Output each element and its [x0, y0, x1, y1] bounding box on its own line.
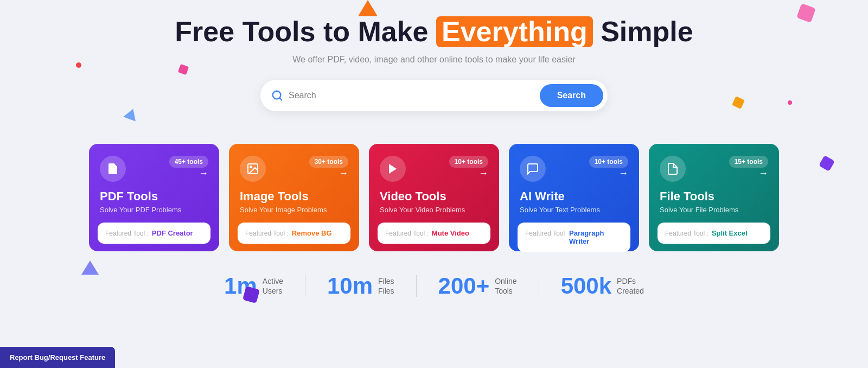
stat-number-2: 200+	[438, 273, 490, 299]
card-video[interactable]: 10+ tools Video Tools Solve Your Video P…	[369, 144, 499, 251]
featured-link-video[interactable]: Mute Video	[432, 229, 469, 237]
card-title-file: File Tools	[660, 189, 738, 204]
card-arrow-video: →	[478, 168, 488, 179]
featured-label-video: Featured Tool :	[385, 230, 429, 237]
card-arrow-ai: →	[618, 168, 628, 179]
hero-subtitle: We offer PDF, video, image and other onl…	[11, 55, 857, 65]
hero-section: Free Tools to Make Everything Simple We …	[0, 0, 868, 144]
featured-link-image[interactable]: Remove BG	[292, 229, 332, 237]
card-arrow-pdf: →	[199, 168, 208, 179]
title-post: Simple	[601, 16, 693, 47]
stat-item-2: 200+ OnlineTools	[417, 273, 539, 299]
card-pdf[interactable]: 45+ tools PDF Tools Solve Your PDF Probl…	[89, 144, 219, 251]
card-top: 30+ tools	[240, 156, 348, 182]
stat-label-0: ActiveUsers	[263, 276, 283, 296]
featured-label-image: Featured Tool :	[245, 230, 289, 237]
stat-item-0: 1m ActiveUsers	[202, 273, 305, 299]
card-icon-image	[240, 156, 266, 182]
card-footer-ai[interactable]: Featured Tool : Paragraph Writer	[518, 223, 630, 252]
card-subtitle-file: Solve Your File Problems	[660, 206, 738, 214]
card-badge-image: 30+ tools	[309, 156, 348, 168]
card-badge-file: 15+ tools	[729, 156, 768, 168]
featured-label-pdf: Featured Tool :	[105, 230, 149, 237]
stat-number-3: 500k	[561, 273, 611, 299]
card-icon-ai	[520, 156, 546, 182]
card-subtitle-image: Solve Your Image Problems	[240, 206, 327, 214]
search-button[interactable]: Search	[540, 84, 603, 107]
svg-line-1	[279, 98, 282, 100]
card-icon-pdf	[100, 156, 126, 182]
stat-number-0: 1m	[224, 273, 257, 299]
featured-link-pdf[interactable]: PDF Creator	[152, 229, 193, 237]
card-subtitle-ai: Solve Your Text Problems	[520, 206, 600, 214]
featured-label-file: Featured Tool :	[665, 230, 709, 237]
svg-point-3	[250, 166, 252, 168]
title-pre: Free Tools to Make	[175, 16, 428, 47]
stat-item-3: 500k PDFsCreated	[539, 273, 666, 299]
card-title-ai: AI Write	[520, 189, 600, 204]
card-badge-pdf: 45+ tools	[169, 156, 208, 168]
search-input[interactable]	[289, 91, 540, 100]
featured-link-file[interactable]: Split Excel	[712, 229, 748, 237]
stats-bar: 1m ActiveUsers 10m FilesFiles 200+ Onlin…	[0, 268, 868, 304]
card-title-pdf: PDF Tools	[100, 189, 181, 204]
featured-link-ai[interactable]: Paragraph Writer	[569, 229, 623, 245]
search-bar: Search	[260, 80, 608, 111]
card-icon-file	[660, 156, 686, 182]
card-arrow-image: →	[339, 168, 348, 179]
card-badge-video: 10+ tools	[449, 156, 488, 168]
card-top: 10+ tools	[520, 156, 628, 182]
tool-cards-row: 45+ tools PDF Tools Solve Your PDF Probl…	[0, 144, 868, 251]
stat-number-1: 10m	[327, 273, 373, 299]
card-badge-ai: 10+ tools	[589, 156, 628, 168]
search-icon	[271, 90, 283, 101]
stat-item-1: 10m FilesFiles	[305, 273, 416, 299]
card-footer-video[interactable]: Featured Tool : Mute Video	[378, 223, 490, 244]
stat-label-1: FilesFiles	[378, 276, 394, 296]
card-ai[interactable]: 10+ tools AI Write Solve Your Text Probl…	[509, 144, 639, 251]
svg-marker-4	[389, 164, 397, 174]
stat-label-3: PDFsCreated	[617, 276, 644, 296]
card-file[interactable]: 15+ tools File Tools Solve Your File Pro…	[649, 144, 779, 251]
featured-label-ai: Featured Tool :	[525, 230, 566, 245]
card-footer-image[interactable]: Featured Tool : Remove BG	[238, 223, 350, 244]
card-subtitle-video: Solve Your Video Problems	[380, 206, 465, 214]
hero-title: Free Tools to Make Everything Simple	[11, 16, 857, 47]
card-footer-pdf[interactable]: Featured Tool : PDF Creator	[98, 223, 210, 244]
card-icon-video	[380, 156, 406, 182]
card-top: 45+ tools	[100, 156, 208, 182]
card-title-image: Image Tools	[240, 189, 327, 204]
card-top: 10+ tools	[380, 156, 488, 182]
title-highlight: Everything	[436, 16, 593, 47]
card-image[interactable]: 30+ tools Image Tools Solve Your Image P…	[229, 144, 359, 251]
report-bug-button[interactable]: Report Bug/Request Feature	[0, 347, 115, 368]
card-title-video: Video Tools	[380, 189, 465, 204]
card-subtitle-pdf: Solve Your PDF Problems	[100, 206, 181, 214]
stat-label-2: OnlineTools	[495, 276, 516, 296]
card-arrow-file: →	[758, 168, 768, 179]
card-footer-file[interactable]: Featured Tool : Split Excel	[658, 223, 770, 244]
card-top: 15+ tools	[660, 156, 768, 182]
